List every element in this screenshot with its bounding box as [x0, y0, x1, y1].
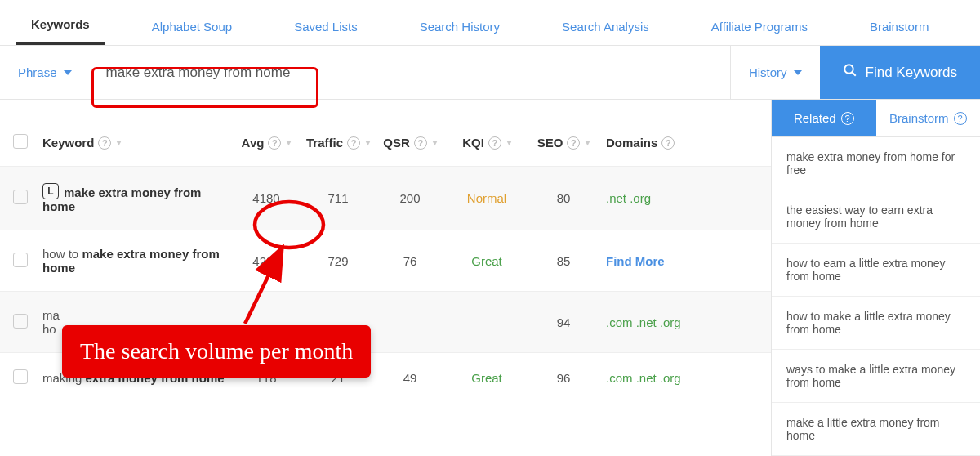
keyword-search-input[interactable]: [95, 46, 730, 99]
qsr-cell: 76: [374, 254, 446, 268]
traffic-cell: 711: [302, 191, 374, 205]
column-header-qsr[interactable]: QSR ?▾: [383, 136, 437, 150]
seo-cell: 94: [528, 315, 599, 329]
row-checkbox[interactable]: [13, 314, 28, 329]
chevron-down-icon: [794, 70, 802, 75]
keyword-cell[interactable]: Lmake extra money from home: [42, 183, 230, 213]
search-mode-dropdown[interactable]: Phrase: [0, 46, 95, 99]
help-icon[interactable]: ?: [488, 136, 501, 150]
related-tab[interactable]: Related ?: [772, 100, 876, 136]
related-item[interactable]: the easiest way to earn extra money from…: [772, 190, 980, 244]
right-sidebar: Related ? Brainstorm ? make extra money …: [771, 100, 980, 456]
help-icon[interactable]: ?: [954, 112, 967, 125]
find-more-link[interactable]: Find More: [606, 254, 665, 268]
help-icon[interactable]: ?: [347, 136, 360, 150]
results-panel: Keyword ?▾ Avg ?▾ Traffic ?▾ QSR ?▾ KQI …: [0, 100, 771, 456]
qsr-cell: 200: [374, 191, 446, 205]
search-bar: Phrase History Find Keywords: [0, 46, 980, 100]
qsr-cell: 49: [374, 371, 446, 385]
domains-cell[interactable]: .net .org: [606, 191, 651, 205]
help-icon[interactable]: ?: [841, 112, 854, 125]
table-row: Lmake extra money from home 4180 711 200…: [0, 166, 771, 230]
related-item[interactable]: make extra money from home for free: [772, 137, 980, 190]
column-header-domains[interactable]: Domains ?: [606, 136, 675, 150]
tab-search-analysis[interactable]: Search Analysis: [547, 7, 664, 45]
history-label: History: [749, 65, 787, 79]
kqi-cell: Normal: [446, 191, 528, 205]
column-header-kqi[interactable]: KQI ?▾: [462, 136, 511, 150]
tab-alphabet-soup[interactable]: Alphabet Soup: [137, 7, 247, 45]
kqi-cell: Great: [446, 371, 528, 385]
find-keywords-label: Find Keywords: [866, 65, 957, 81]
tab-affiliate-programs[interactable]: Affiliate Programs: [697, 7, 822, 45]
brainstorm-tab[interactable]: Brainstorm ?: [876, 100, 981, 136]
table-row: making extra money from home 118 21 49 G…: [0, 352, 771, 403]
chevron-down-icon: [64, 70, 72, 75]
help-icon[interactable]: ?: [268, 136, 281, 150]
find-keywords-button[interactable]: Find Keywords: [820, 46, 980, 99]
svg-point-0: [844, 65, 853, 74]
tab-keywords[interactable]: Keywords: [16, 4, 105, 45]
kqi-cell: Great: [446, 254, 528, 268]
history-dropdown[interactable]: History: [730, 46, 820, 99]
column-header-keyword[interactable]: Keyword ?▾: [42, 136, 121, 150]
keyword-cell[interactable]: making extra money from home: [42, 371, 230, 385]
domains-cell[interactable]: .com .net .org: [606, 315, 681, 329]
related-item[interactable]: make a little extra money from home: [772, 403, 980, 456]
main-content: Keyword ?▾ Avg ?▾ Traffic ?▾ QSR ?▾ KQI …: [0, 100, 980, 456]
row-checkbox[interactable]: [13, 253, 28, 267]
related-keywords-list: make extra money from home for free the …: [772, 137, 980, 456]
top-nav: Keywords Alphabet Soup Saved Lists Searc…: [0, 0, 980, 46]
row-checkbox[interactable]: [13, 190, 28, 204]
help-icon[interactable]: ?: [567, 136, 580, 150]
help-icon[interactable]: ?: [662, 136, 675, 150]
tab-saved-lists[interactable]: Saved Lists: [279, 7, 372, 45]
related-item[interactable]: ways to make a little extra money from h…: [772, 350, 980, 403]
table-row: maho 94 .com .net .org: [0, 291, 771, 352]
seo-cell: 85: [528, 254, 599, 268]
list-badge-icon: L: [42, 183, 59, 199]
right-sidebar-tabs: Related ? Brainstorm ?: [772, 100, 980, 137]
domains-cell[interactable]: .com .net .org: [606, 371, 681, 385]
help-icon[interactable]: ?: [98, 136, 111, 150]
search-mode-label: Phrase: [18, 65, 57, 79]
select-all-checkbox[interactable]: [13, 134, 28, 149]
tab-search-history[interactable]: Search History: [405, 7, 514, 45]
avg-cell: 118: [230, 371, 302, 385]
avg-cell: 4180: [230, 191, 302, 205]
seo-cell: 96: [528, 371, 599, 385]
seo-cell: 80: [528, 191, 599, 205]
results-table-header: Keyword ?▾ Avg ?▾ Traffic ?▾ QSR ?▾ KQI …: [0, 119, 771, 166]
svg-line-1: [852, 72, 856, 76]
traffic-cell: 729: [302, 254, 374, 268]
keyword-cell[interactable]: maho: [42, 308, 230, 336]
row-checkbox[interactable]: [13, 369, 28, 384]
column-header-seo[interactable]: SEO ?▾: [537, 136, 590, 150]
avg-cell: 4285: [230, 254, 302, 268]
column-header-traffic[interactable]: Traffic ?▾: [306, 136, 370, 150]
traffic-cell: 21: [302, 371, 374, 385]
tab-brainstorm[interactable]: Brainstorm: [855, 7, 944, 45]
search-icon: [843, 63, 858, 82]
column-header-avg[interactable]: Avg ?▾: [242, 136, 292, 150]
keyword-cell[interactable]: how to make extra money from home: [42, 247, 230, 275]
related-item[interactable]: how to earn a little extra money from ho…: [772, 244, 980, 297]
help-icon[interactable]: ?: [414, 136, 427, 150]
related-item[interactable]: how to make a little extra money from ho…: [772, 297, 980, 350]
table-row: how to make extra money from home 4285 7…: [0, 230, 771, 291]
